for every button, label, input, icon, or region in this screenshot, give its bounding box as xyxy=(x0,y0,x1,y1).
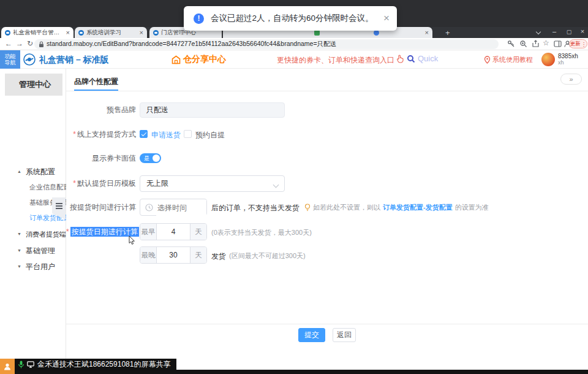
search-icon xyxy=(407,55,415,63)
user-avatar[interactable] xyxy=(541,53,555,66)
sidebar-item-label: 消费者提货端 xyxy=(26,227,66,242)
lock-icon xyxy=(39,41,44,48)
tab-close-icon[interactable]: × xyxy=(66,29,70,36)
url-text: standard.maboy.cn/EditBand?brandcode=844… xyxy=(47,40,336,48)
back-button[interactable]: 返回 xyxy=(333,328,356,342)
caret-up-icon: ▲ xyxy=(17,164,21,179)
panel-collapse-button[interactable]: » xyxy=(560,74,582,85)
checkbox-label-apply-delivery[interactable]: 申请送货 xyxy=(151,130,181,140)
share-center-label: 仓分享中心 xyxy=(183,54,226,65)
ship-text: 发货 xyxy=(211,251,226,262)
field-label: 显示券卡面值 xyxy=(66,153,136,163)
bookmark-star-icon[interactable]: ☆ xyxy=(543,39,549,47)
calendar-template-select[interactable]: 无上限 xyxy=(140,175,285,192)
form-footer: 提交 返回 xyxy=(66,324,588,342)
select-value: 无上限 xyxy=(146,179,168,188)
sidebar-item-basic-management[interactable]: ▼ 基础管理 xyxy=(0,243,66,258)
toast-close-icon[interactable]: × xyxy=(383,12,390,25)
form-row-calendar-template: *默认提货日历模板 无上限 xyxy=(66,175,588,192)
latest-days-input[interactable] xyxy=(157,247,190,263)
app-logo xyxy=(23,53,36,66)
required-asterisk: * xyxy=(73,130,76,139)
time-calc-suffix-text: 后的订单，不支持当天发货 xyxy=(211,203,300,213)
tab-brand-config[interactable]: 品牌个性配置 xyxy=(74,77,118,91)
password-key-icon[interactable] xyxy=(507,40,515,48)
back-icon[interactable]: ← xyxy=(5,39,12,48)
side-panel-icon[interactable] xyxy=(554,40,562,48)
forward-icon[interactable]: → xyxy=(16,39,23,48)
toggle-knob xyxy=(153,155,160,162)
new-tab-button[interactable]: + xyxy=(445,28,450,37)
window-close-button[interactable]: × xyxy=(577,28,588,35)
face-value-toggle[interactable]: 是 xyxy=(140,153,161,163)
tab-close-icon[interactable]: × xyxy=(425,29,429,36)
form-row-time-calc: 按提货时间进行计算 后的订单，不支持当天发货 如若此处不设置，则以订单发货配置-… xyxy=(66,199,588,216)
meeting-bottom-strip xyxy=(0,370,588,374)
form-row-face-value: 显示券卡面值 是 xyxy=(66,153,588,164)
browser-tab-1[interactable]: 礼盒营销平台管理中心 × xyxy=(1,27,74,38)
form-row-presale-brand: 预售品牌 xyxy=(66,102,588,118)
earliest-prefix: 最早 xyxy=(140,224,157,240)
pointing-finger-icon xyxy=(396,55,404,63)
address-bar[interactable]: standard.maboy.cn/EditBand?brandcode=844… xyxy=(34,39,499,49)
window-minimize-button[interactable]: – xyxy=(549,28,560,35)
quick-search[interactable]: Quick xyxy=(407,54,438,63)
map-pin-icon xyxy=(484,56,491,64)
tab-close-icon[interactable]: × xyxy=(140,29,143,36)
tab-search-chevron-icon[interactable] xyxy=(536,29,541,34)
form-row-pickup-methods: *线上支持提货方式 申请送货 预约自提 xyxy=(66,129,588,140)
info-icon: ! xyxy=(194,13,204,24)
more-menu-icon[interactable]: ⋮ xyxy=(581,41,587,47)
sidebar-item-platform-users[interactable]: ▼ 平台用户 xyxy=(0,259,66,274)
sidebar-item-consumer-pickup[interactable]: ▼ 消费者提货端 xyxy=(0,227,66,242)
earliest-days-input[interactable] xyxy=(157,224,190,240)
presale-brand-input[interactable] xyxy=(140,102,285,118)
lightbulb-icon xyxy=(304,204,311,212)
field-label: *线上支持提货方式 xyxy=(66,129,136,140)
field-label: 按提货时间进行计算 xyxy=(66,199,136,216)
window-maximize-button[interactable]: ▢ xyxy=(564,29,575,35)
caret-down-icon: ▼ xyxy=(17,227,21,242)
days-unit: 天 xyxy=(190,224,206,240)
submit-button[interactable]: 提交 xyxy=(298,328,325,342)
reload-icon[interactable]: ↻ xyxy=(27,39,33,48)
app-header: 功能 导航 礼盒营销 – 标准版 仓分享中心 更快捷的券卡、订单和快递查询入口 … xyxy=(0,50,588,69)
time-picker-field[interactable] xyxy=(156,200,206,216)
user-info: 8385xh xh xyxy=(558,53,578,66)
form-row-date-calc-late: 最晚 天 发货 (区间最大不可超过300天) xyxy=(66,246,588,264)
mouse-cursor xyxy=(128,235,135,245)
screen-share-icon xyxy=(27,361,34,368)
user-id: 8385xh xyxy=(558,53,578,59)
form-row-date-calc-early: *按提货日期进行计算 最早 天 (0表示支持当天发货，最大300天) xyxy=(66,223,588,240)
app-title: 礼盒营销 – 标准版 xyxy=(39,55,109,66)
time-picker-input[interactable] xyxy=(140,199,207,216)
required-asterisk: * xyxy=(66,227,69,236)
checkbox-reserve-pickup[interactable] xyxy=(184,130,192,138)
warehouse-share-center-link[interactable]: 仓分享中心 xyxy=(172,54,226,65)
quick-label: Quick xyxy=(418,54,438,63)
tab-title: 系统培训学习 xyxy=(86,29,137,37)
meeting-member-button[interactable] xyxy=(0,359,15,374)
checkbox-apply-delivery[interactable] xyxy=(140,130,148,138)
browser-update-button[interactable]: 更新 ⋮ xyxy=(569,39,587,48)
tip-text: 的设置为准 xyxy=(455,203,489,212)
sidebar-item-system-config[interactable]: ▲ 系统配置 xyxy=(0,164,66,179)
tab-title: 礼盒营销平台管理中心 xyxy=(13,29,64,37)
update-label: 更新 xyxy=(570,40,581,48)
screen-share-text: 金禾通技术王斌18662591081的屏幕共享 xyxy=(37,359,170,370)
system-tutorial-link[interactable]: 系统使用教程 xyxy=(484,55,533,64)
meeting-toast: ! 会议已超过2人，自动转为60分钟限时会议。 × xyxy=(184,6,397,31)
site-favicon xyxy=(5,30,10,36)
sidebar-item-enterprise-info[interactable]: 企业信息配置 xyxy=(0,180,66,194)
days-unit: 天 xyxy=(190,247,206,263)
sidebar-item-label: 系统配置 xyxy=(26,164,55,179)
tip-link[interactable]: 订单发货配置-发货配置 xyxy=(383,203,453,212)
browser-tab-2[interactable]: 系统培训学习 × xyxy=(75,27,147,38)
latest-days-input-group: 最晚 天 xyxy=(140,246,207,264)
function-nav-button[interactable]: 功能 导航 xyxy=(0,50,20,69)
checkbox-label-reserve-pickup[interactable]: 预约自提 xyxy=(195,130,225,140)
zoom-icon[interactable] xyxy=(519,40,527,48)
screen-share-banner: 金禾通技术王斌18662591081的屏幕共享 xyxy=(15,359,176,370)
person-icon xyxy=(3,362,12,371)
share-icon[interactable] xyxy=(532,40,540,48)
